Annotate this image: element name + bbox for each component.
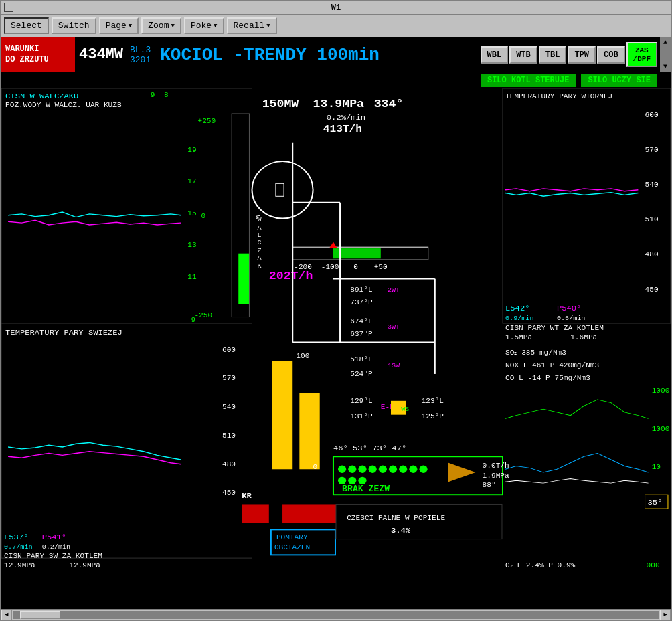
svg-text:2WT: 2WT	[388, 286, 400, 294]
select-button[interactable]: Select	[4, 17, 49, 34]
svg-text:BRAK ZEZW: BRAK ZEZW	[342, 484, 390, 495]
dashboard-svg: CISN W WALCZAKU POZ.WODY W WALCZ. UAR KU…	[1, 88, 671, 609]
svg-text:POMIARY: POMIARY	[276, 533, 308, 541]
svg-text:540: 540	[222, 403, 236, 411]
svg-rect-103	[242, 504, 268, 523]
svg-text:3WT: 3WT	[388, 323, 400, 331]
svg-text:15: 15	[187, 209, 196, 217]
nav-tbl[interactable]: TBL	[539, 46, 567, 64]
svg-text:W: W	[258, 217, 262, 224]
nav-wtb[interactable]: WTB	[509, 46, 537, 64]
svg-text:0.2%/min: 0.2%/min	[327, 114, 365, 123]
svg-text:TEMPERATURY PARY WTORNEJ: TEMPERATURY PARY WTORNEJ	[505, 92, 612, 100]
svg-point-91	[399, 466, 407, 473]
switch-button[interactable]: Switch	[52, 17, 96, 34]
svg-text:POZ.WODY W WALCZ. UAR  KUZB: POZ.WODY W WALCZ. UAR KUZB	[5, 102, 122, 110]
svg-text:L542°: L542°	[505, 304, 529, 313]
svg-text:WS: WS	[401, 406, 409, 413]
svg-text:524°P: 524°P	[350, 370, 372, 378]
svg-text:CISN W WALCZAKU: CISN W WALCZAKU	[5, 92, 78, 102]
svg-rect-40	[276, 183, 284, 196]
svg-text:1.6MPa: 1.6MPa	[570, 333, 598, 341]
page-button[interactable]: Page ▼	[99, 17, 139, 34]
svg-text:12.9MPa: 12.9MPa	[4, 562, 35, 570]
svg-text:A: A	[258, 254, 262, 262]
svg-text:NOX L  461  P  420mg/Nm3: NOX L 461 P 420mg/Nm3	[505, 362, 599, 370]
status-silo-uczy: SILO UCZY SIE	[581, 74, 657, 87]
poke-button[interactable]: Poke ▼	[184, 17, 224, 34]
svg-text:540: 540	[645, 181, 659, 189]
svg-text:17: 17	[187, 178, 196, 186]
warunki-box: WARUNKI DO ZRZUTU	[1, 37, 75, 72]
svg-text:123°L: 123°L	[422, 397, 444, 405]
svg-text:CISN PARY WT ZA KOTLEM: CISN PARY WT ZA KOTLEM	[505, 324, 604, 332]
svg-text:674°L: 674°L	[350, 317, 372, 325]
scrollbar-right: ▲ ▼	[660, 37, 671, 72]
scrollbar-track	[13, 611, 659, 619]
title-bar: W1	[1, 1, 671, 15]
svg-text:0.2/min: 0.2/min	[42, 543, 71, 551]
svg-text:125°P: 125°P	[422, 413, 444, 421]
svg-text:L537°: L537°	[4, 533, 28, 542]
svg-text:CO   L  -14  P   75mg/Nm3: CO L -14 P 75mg/Nm3	[505, 375, 590, 383]
recall-button[interactable]: Recall ▼	[227, 17, 277, 34]
header-row: WARUNKI DO ZRZUTU 434MW BL.3 3201 KOCIOL…	[1, 37, 671, 72]
svg-point-92	[409, 466, 417, 473]
nav-zas[interactable]: ZAS/DPF	[626, 42, 657, 66]
svg-point-86	[348, 466, 356, 473]
svg-text:11: 11	[187, 273, 196, 281]
svg-text:1000: 1000	[652, 387, 670, 395]
svg-text:129°L: 129°L	[350, 397, 372, 405]
scroll-left-button[interactable]: ◄	[1, 610, 12, 620]
svg-point-87	[358, 466, 366, 473]
scroll-up-arrow[interactable]: ▲	[663, 37, 667, 48]
svg-text:SO₂     385  mg/Nm3: SO₂ 385 mg/Nm3	[505, 349, 566, 357]
svg-text:19: 19	[187, 146, 196, 154]
svg-text:+50: +50	[374, 264, 388, 272]
svg-text:88°: 88°	[483, 481, 496, 489]
svg-text:100: 100	[296, 353, 309, 361]
svg-text:3.4%: 3.4%	[391, 526, 411, 535]
zoom-button[interactable]: Zoom ▼	[141, 17, 181, 34]
svg-rect-104	[282, 504, 337, 523]
svg-text:600: 600	[222, 346, 236, 354]
svg-text:0.0T/h: 0.0T/h	[483, 462, 509, 470]
svg-text:Z: Z	[258, 247, 262, 254]
scrollbar-thumb[interactable]	[20, 611, 60, 619]
svg-point-90	[389, 466, 397, 473]
svg-text:9: 9	[151, 92, 155, 100]
svg-text:-200: -200	[294, 264, 312, 272]
corner-button[interactable]	[4, 3, 13, 12]
scroll-right-button[interactable]: ►	[660, 610, 671, 620]
svg-point-94	[338, 477, 346, 484]
svg-text:150MW: 150MW	[262, 98, 299, 110]
svg-text:600: 600	[645, 111, 659, 119]
svg-text:518°L: 518°L	[350, 355, 372, 363]
svg-rect-79	[272, 361, 292, 469]
nav-cob[interactable]: COB	[597, 46, 625, 64]
svg-text:1SW: 1SW	[388, 363, 400, 370]
zoom-arrow: ▼	[171, 23, 174, 29]
svg-text:KR: KR	[242, 491, 252, 501]
svg-text:+250: +250	[198, 117, 216, 125]
svg-text:12.9MPa: 12.9MPa	[69, 562, 100, 570]
svg-text:CISN PARY SW ZA KOTLEM: CISN PARY SW ZA KOTLEM	[4, 552, 102, 560]
svg-text:637°P: 637°P	[350, 330, 372, 338]
svg-text:0: 0	[201, 213, 206, 221]
status-silo-kotl: SILO KOTL STERUJE	[481, 74, 576, 87]
svg-text:P541°: P541°	[42, 533, 66, 542]
svg-rect-17	[1, 323, 252, 558]
svg-text:0.7/min: 0.7/min	[4, 543, 33, 551]
nav-buttons: WBL WTB TBL TPW COB ZAS/DPF	[478, 37, 660, 72]
nav-wbl[interactable]: WBL	[481, 46, 509, 64]
svg-text:9: 9	[191, 316, 195, 324]
svg-point-93	[419, 466, 427, 473]
svg-text:510: 510	[222, 432, 236, 440]
svg-text:480: 480	[645, 251, 659, 259]
scroll-down-arrow[interactable]: ▼	[663, 62, 667, 72]
svg-text:413T/h: 413T/h	[323, 123, 362, 135]
dashboard-area: CISN W WALCZAKU POZ.WODY W WALCZ. UAR KU…	[1, 88, 671, 609]
svg-text:C: C	[258, 240, 262, 247]
main-window: W1 Select Switch Page ▼ Zoom ▼ Poke ▼ Re…	[0, 0, 672, 621]
nav-tpw[interactable]: TPW	[568, 46, 596, 64]
